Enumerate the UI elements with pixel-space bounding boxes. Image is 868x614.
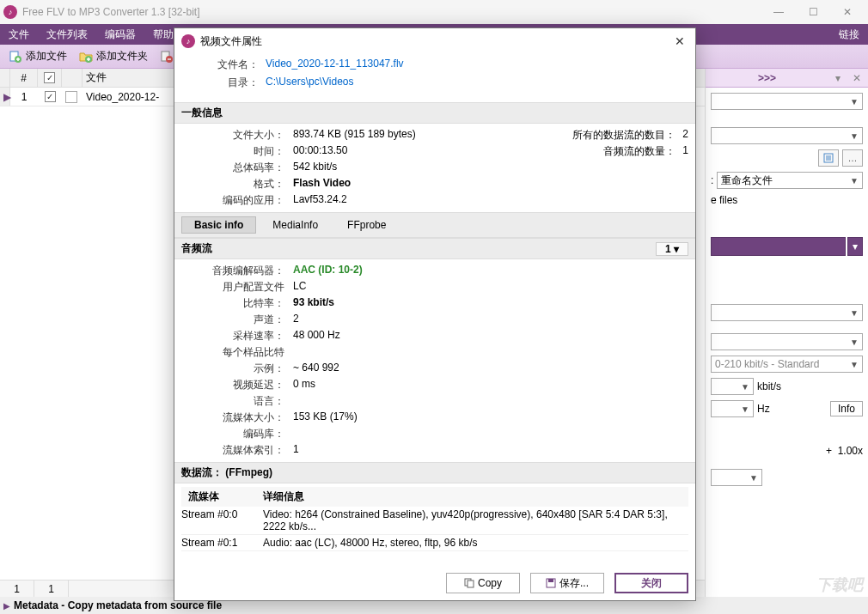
col-number[interactable]: #	[10, 69, 38, 87]
stream1-info: Audio: aac (LC), 48000 Hz, stereo, fltp,…	[263, 537, 688, 549]
footer-count-b: 1	[34, 581, 69, 597]
subtab-ffprobe[interactable]: FFprobe	[334, 216, 399, 234]
add-folder-label: 添加文件夹	[96, 49, 148, 64]
combo-2[interactable]: ▼	[711, 127, 863, 144]
size-label: 文件大小：	[181, 128, 284, 143]
audio-stream-selector[interactable]: 1 ▾	[656, 242, 688, 256]
add-folder-button[interactable]: 添加文件夹	[74, 47, 153, 66]
channels-label: 声道：	[181, 313, 284, 327]
enc-value: Lavf53.24.2	[293, 193, 347, 208]
subtab-mediainfo[interactable]: MediaInfo	[260, 216, 331, 234]
chevron-down-icon: ▼	[741, 404, 749, 414]
channels-value: 2	[293, 313, 299, 327]
streams-label: 所有的数据流的数目：	[572, 128, 675, 143]
save-label: 保存...	[559, 576, 589, 591]
action-dropdown[interactable]: ▾	[847, 237, 863, 256]
col-check[interactable]	[38, 69, 62, 87]
stream-row: Stream #0:0 Video: h264 (Constrained Bas…	[181, 507, 688, 535]
add-file-icon	[9, 50, 22, 64]
sindex-label: 流媒体索引：	[181, 443, 284, 458]
stream0-info: Video: h264 (Constrained Baseline), yuv4…	[263, 508, 688, 532]
combo-3[interactable]: ▼	[711, 304, 863, 321]
save-button[interactable]: 保存...	[530, 573, 604, 593]
header-checkbox[interactable]	[44, 72, 55, 83]
totbr-label: 总体码率：	[181, 161, 284, 175]
enc-label: 编码的应用：	[181, 193, 284, 208]
menu-file[interactable]: 文件	[0, 24, 38, 45]
add-folder-icon	[79, 50, 93, 64]
bitrate-range-combo[interactable]: 0-210 kbit/s - Standard▼	[711, 356, 863, 373]
vdelay-label: 视频延迟：	[181, 378, 284, 392]
subtab-basic[interactable]: Basic info	[181, 216, 256, 234]
maximize-button[interactable]: ☐	[796, 0, 830, 24]
combo-1[interactable]: ▼	[711, 93, 863, 110]
filename-value[interactable]: Video_2020-12-11_113047.flv	[266, 58, 404, 72]
menu-encoder[interactable]: 编码器	[96, 24, 144, 45]
menu-filelist[interactable]: 文件列表	[38, 24, 96, 45]
tab-close-icon[interactable]: ✕	[847, 72, 866, 84]
info-button[interactable]: Info	[830, 401, 863, 416]
directory-value[interactable]: C:\Users\pc\Videos	[266, 76, 354, 90]
tab-dropdown-icon[interactable]: ▾	[828, 72, 847, 84]
menu-link[interactable]: 链接	[830, 24, 868, 45]
kbit-unit: kbit/s	[757, 380, 781, 392]
plus-label: +	[826, 445, 832, 457]
dialog-icon: ♪	[181, 34, 195, 48]
abitrate-value: 93 kbit/s	[293, 296, 334, 311]
chevron-down-icon: ▼	[741, 382, 749, 392]
status-arrow-icon: ▶	[3, 601, 10, 611]
audio-count-label: 音频流的数量：	[603, 144, 675, 159]
settings-panel: >>> ▾ ✕ ▼ ▼ … : 重命名文件▼ e files ▾ ▼ ▼ 0-2…	[705, 69, 868, 597]
chevron-down-icon: ▼	[850, 308, 859, 318]
fmt-label: 格式：	[181, 177, 284, 191]
chevron-down-icon: ▼	[850, 176, 859, 185]
lang-label: 语言：	[181, 394, 284, 409]
hz-unit: Hz	[757, 403, 770, 415]
add-file-button[interactable]: 添加文件	[3, 47, 72, 66]
kbit-combo[interactable]: ▼	[711, 378, 754, 395]
hz-combo[interactable]: ▼	[711, 400, 754, 417]
minimize-button[interactable]: —	[761, 0, 796, 24]
row-number: 1	[10, 88, 38, 106]
chevron-down-icon: ▼	[850, 131, 859, 141]
codec-label: 音频编解码器：	[181, 264, 284, 278]
profile-label: 用户配置文件	[181, 280, 284, 295]
time-label: 时间：	[181, 144, 284, 159]
settings-tab[interactable]: >>>	[706, 72, 828, 84]
app-icon: ♪	[3, 5, 17, 19]
ssize-label: 流媒体大小：	[181, 410, 284, 425]
dialog-close-button[interactable]: ✕	[671, 34, 688, 48]
save-icon	[546, 578, 556, 588]
data-section-title: 数据流： (FFmpeg)	[174, 462, 695, 483]
codec-value: AAC (ID: 10-2)	[293, 264, 363, 278]
size-value: 893.74 KB (915 189 bytes)	[293, 128, 416, 143]
example-value: ~ 640 992	[293, 362, 339, 376]
data-col1: 流媒体	[181, 489, 263, 504]
filename-label: 文件名：	[181, 58, 259, 72]
files-suffix: e files	[711, 194, 737, 206]
more-button[interactable]: …	[842, 149, 863, 167]
action-button[interactable]	[711, 237, 846, 256]
overwrite-combo[interactable]: 重命名文件▼	[717, 172, 863, 189]
close-window-button[interactable]: ✕	[830, 0, 865, 24]
copy-button[interactable]: Copy	[446, 573, 520, 593]
streams-value: 2	[682, 128, 688, 143]
close-button[interactable]: 关闭	[614, 573, 688, 593]
remove-icon	[160, 50, 174, 64]
footer-count-a: 1	[0, 581, 34, 597]
abitrate-label: 比特率：	[181, 296, 284, 311]
sindex-value: 1	[293, 443, 299, 458]
row-checkbox[interactable]	[45, 91, 56, 102]
example-label: 示例：	[181, 362, 284, 376]
audio-section-title: 音频流	[181, 241, 212, 256]
combo-5[interactable]: ▼	[711, 469, 762, 486]
copy-icon	[464, 578, 474, 588]
vdelay-value: 0 ms	[293, 378, 315, 392]
list-button[interactable]	[818, 149, 839, 167]
directory-label: 目录：	[181, 76, 259, 90]
speed-label: 1.00x	[838, 445, 863, 457]
data-col2: 详细信息	[263, 489, 688, 504]
svg-rect-7	[468, 581, 474, 587]
combo-4[interactable]: ▼	[711, 333, 863, 350]
audio-count-value: 1	[682, 144, 688, 159]
